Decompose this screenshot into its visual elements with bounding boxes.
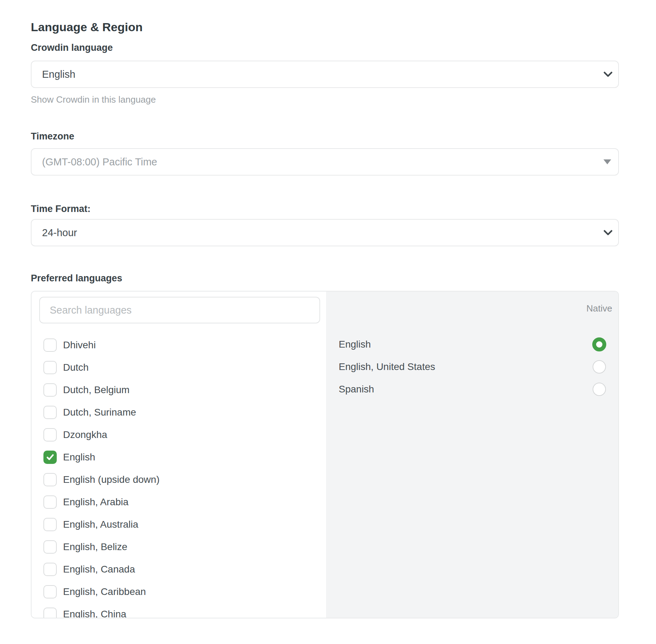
triangle-down-icon xyxy=(603,159,611,164)
checkbox-icon[interactable] xyxy=(43,361,57,374)
checkbox-icon[interactable] xyxy=(43,608,57,618)
language-option-row[interactable]: English, China xyxy=(39,603,326,618)
checkbox-icon[interactable] xyxy=(43,563,57,576)
checkbox-icon[interactable] xyxy=(43,540,57,554)
checkbox-icon[interactable] xyxy=(43,338,57,352)
timezone-value: (GMT-08:00) Pacific Time xyxy=(42,156,594,168)
language-option-label: English, Australia xyxy=(63,519,138,530)
selected-language-label: English, United States xyxy=(339,361,592,372)
selected-language-row: Spanish xyxy=(339,378,618,400)
timezone-select[interactable]: (GMT-08:00) Pacific Time xyxy=(31,148,619,176)
language-option-label: Dutch, Belgium xyxy=(63,384,130,396)
language-option-label: English, Belize xyxy=(63,541,127,553)
language-option-label: English (upside down) xyxy=(63,474,160,485)
language-option-label: English, Canada xyxy=(63,564,135,575)
native-column-header: Native xyxy=(339,303,618,314)
native-radio[interactable] xyxy=(592,337,606,351)
radio-selected-icon[interactable] xyxy=(592,337,606,351)
language-option-label: English xyxy=(63,452,95,463)
preferred-languages-panel: DhivehiDutchDutch, BelgiumDutch, Surinam… xyxy=(31,291,619,618)
chevron-down-icon xyxy=(603,71,613,78)
language-option-row[interactable]: English (upside down) xyxy=(39,468,326,491)
search-input[interactable] xyxy=(39,297,320,323)
native-radio[interactable] xyxy=(592,360,606,374)
language-option-row[interactable]: Dzongkha xyxy=(39,424,326,446)
checkbox-icon[interactable] xyxy=(43,406,57,419)
checkbox-icon[interactable] xyxy=(43,585,57,598)
radio-icon[interactable] xyxy=(593,383,606,396)
language-option-label: English, China xyxy=(63,609,126,618)
selected-language-row: English xyxy=(339,333,618,356)
language-options-list: DhivehiDutchDutch, BelgiumDutch, Surinam… xyxy=(39,334,326,618)
time-format-label: Time Format: xyxy=(31,203,619,214)
selected-language-row: English, United States xyxy=(339,356,618,378)
timezone-label: Timezone xyxy=(31,131,619,142)
checkbox-icon[interactable] xyxy=(43,473,57,486)
language-option-row[interactable]: English xyxy=(39,446,326,468)
language-option-row[interactable]: Dutch xyxy=(39,356,326,379)
language-option-row[interactable]: English, Caribbean xyxy=(39,581,326,603)
checkbox-icon[interactable] xyxy=(43,428,57,441)
language-option-label: Dutch, Suriname xyxy=(63,407,136,418)
language-option-label: English, Caribbean xyxy=(63,586,146,597)
crowdin-language-select[interactable]: English xyxy=(31,61,619,88)
chevron-down-icon xyxy=(603,229,613,236)
selected-languages-list: EnglishEnglish, United StatesSpanish xyxy=(339,333,618,400)
language-picker-column: DhivehiDutchDutch, BelgiumDutch, Surinam… xyxy=(32,292,326,618)
language-option-label: Dutch xyxy=(63,362,89,373)
selected-languages-column: Native EnglishEnglish, United StatesSpan… xyxy=(326,292,618,618)
checkbox-icon[interactable] xyxy=(43,518,57,531)
page-title: Language & Region xyxy=(31,19,619,35)
crowdin-language-help: Show Crowdin in this language xyxy=(31,94,619,105)
selected-language-label: English xyxy=(339,339,592,350)
time-format-select[interactable]: 24-hour xyxy=(31,219,619,246)
language-option-row[interactable]: Dutch, Suriname xyxy=(39,401,326,424)
language-option-row[interactable]: English, Arabia xyxy=(39,491,326,513)
checkbox-icon[interactable] xyxy=(43,383,57,397)
crowdin-language-label: Crowdin language xyxy=(31,42,619,53)
native-radio[interactable] xyxy=(592,382,606,396)
language-option-row[interactable]: Dhivehi xyxy=(39,334,326,356)
language-option-row[interactable]: English, Belize xyxy=(39,536,326,558)
language-region-settings: Language & Region Crowdin language Engli… xyxy=(31,0,619,618)
checkbox-icon[interactable] xyxy=(43,495,57,509)
radio-icon[interactable] xyxy=(593,360,606,374)
time-format-value: 24-hour xyxy=(42,227,594,239)
checkbox-checked-icon[interactable] xyxy=(43,451,57,464)
crowdin-language-value: English xyxy=(42,69,594,80)
language-option-row[interactable]: English, Canada xyxy=(39,558,326,581)
selected-language-label: Spanish xyxy=(339,384,592,395)
preferred-languages-label: Preferred languages xyxy=(31,273,619,284)
language-option-label: Dzongkha xyxy=(63,429,107,440)
language-option-row[interactable]: Dutch, Belgium xyxy=(39,379,326,401)
language-option-label: English, Arabia xyxy=(63,496,129,508)
language-option-row[interactable]: English, Australia xyxy=(39,513,326,536)
language-option-label: Dhivehi xyxy=(63,340,96,351)
